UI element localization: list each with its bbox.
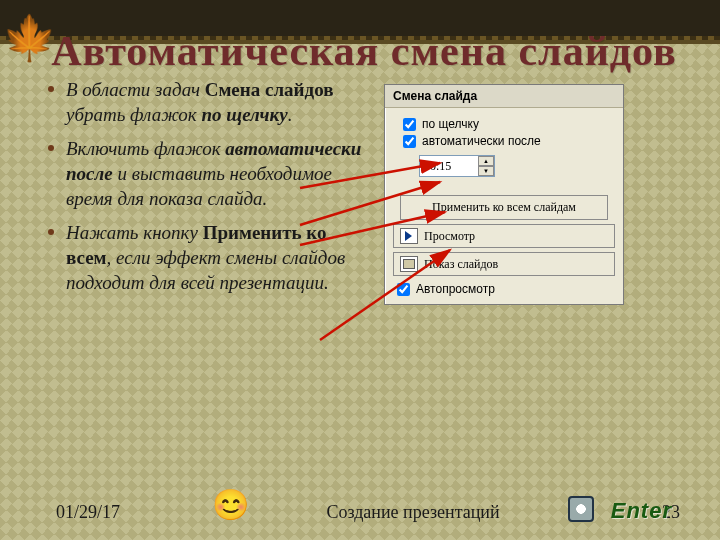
checkbox-on-click[interactable]: по щелчку <box>403 117 615 131</box>
checkbox-autopreview-input[interactable] <box>397 283 410 296</box>
footer-source: Создание презентаций <box>206 502 620 523</box>
list-item: Включить флажок автоматически после и вы… <box>48 137 368 211</box>
enter-link[interactable]: Enter <box>611 498 672 524</box>
preview-button[interactable]: Просмотр <box>393 224 615 248</box>
spinner-up-button[interactable]: ▲ <box>478 156 494 166</box>
list-item: Нажать кнопку Применить ко всем, если эф… <box>48 221 368 295</box>
checkbox-auto-after[interactable]: автоматически после <box>403 134 615 148</box>
action-button-icon <box>568 496 594 522</box>
slide-content: Автоматическая смена слайдов В области з… <box>48 30 680 480</box>
slideshow-button[interactable]: Показ слайдов <box>393 252 615 276</box>
checkbox-autopreview[interactable]: Автопросмотр <box>397 282 611 296</box>
apply-to-all-button[interactable]: Применить ко всем слайдам <box>400 195 608 220</box>
slideshow-icon <box>400 256 418 272</box>
time-field[interactable] <box>420 156 478 176</box>
checkbox-auto-after-input[interactable] <box>403 135 416 148</box>
play-icon <box>400 228 418 244</box>
time-spinner[interactable]: ▲ ▼ <box>419 155 495 177</box>
instruction-list: В области задач Смена слайдов убрать фла… <box>48 78 368 306</box>
task-pane-slide-transition: Смена слайда по щелчку автоматически пос… <box>384 84 624 305</box>
list-item: В области задач Смена слайдов убрать фла… <box>48 78 368 127</box>
checkbox-on-click-input[interactable] <box>403 118 416 131</box>
pane-header: Смена слайда <box>385 85 623 108</box>
slide-title: Автоматическая смена слайдов <box>48 30 680 72</box>
footer-date: 01/29/17 <box>56 502 206 523</box>
spinner-down-button[interactable]: ▼ <box>478 166 494 176</box>
